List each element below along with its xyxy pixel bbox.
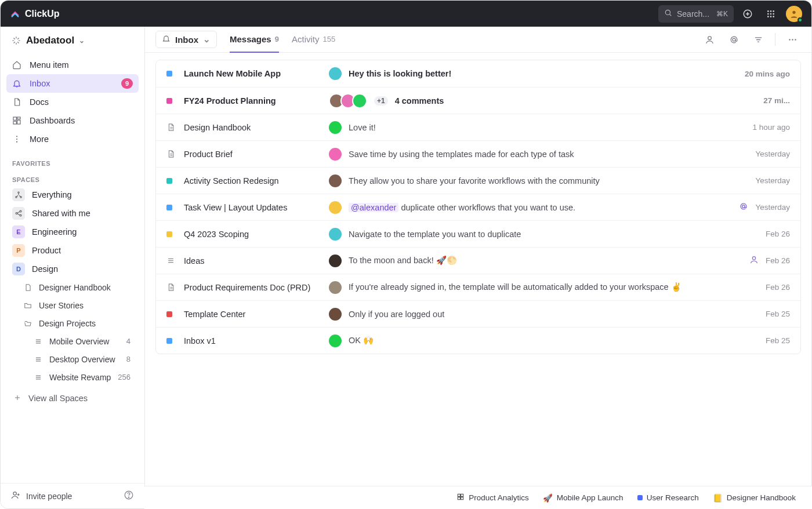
tree-user-stories[interactable]: User Stories: [17, 296, 139, 314]
svg-point-60: [752, 257, 755, 260]
nav-menu-item[interactable]: Menu item: [6, 56, 139, 74]
footer-tray: Product Analytics 🚀 Mobile App Launch Us…: [144, 486, 812, 509]
at-mention-icon[interactable]: [725, 31, 742, 48]
topbar: ClickUp Search... ⌘K: [1, 1, 811, 27]
bell-icon: [12, 79, 23, 88]
tree-label: Desktop Overview: [49, 355, 115, 364]
svg-point-56: [742, 205, 745, 208]
search-input[interactable]: Search... ⌘K: [658, 5, 734, 23]
list-count: 8: [126, 355, 133, 363]
list-icon: [34, 373, 44, 381]
doc-icon: [166, 150, 176, 158]
inbox-view-dropdown[interactable]: Inbox ⌄: [155, 31, 217, 48]
mention-chip: @alexander: [349, 203, 398, 212]
bell-icon: [162, 34, 171, 45]
space-product[interactable]: P Product: [6, 241, 139, 260]
create-button[interactable]: [738, 5, 757, 23]
status-square-icon: [166, 231, 176, 237]
tree-design-projects[interactable]: Design Projects: [17, 314, 139, 332]
color-square-icon: [637, 495, 643, 500]
nav-dashboards[interactable]: Dashboards: [6, 111, 139, 130]
message-row[interactable]: Design HandbookLove it!1 hour ago: [156, 114, 800, 140]
space-engineering[interactable]: E Engineering: [6, 223, 139, 241]
tab-count: 155: [322, 35, 335, 43]
space-label: Shared with me: [32, 209, 90, 218]
nav-more[interactable]: More: [6, 130, 139, 148]
message-timestamp: 27 mi...: [763, 96, 790, 105]
space-label: Design: [32, 264, 58, 274]
message-row[interactable]: FY24 Product Planning+14 comments27 mi..…: [156, 87, 800, 114]
help-icon[interactable]: [124, 490, 134, 502]
svg-point-10: [773, 13, 774, 14]
tree-designer-handbook[interactable]: Designer Handbook: [17, 278, 139, 296]
svg-rect-64: [461, 494, 463, 496]
message-row[interactable]: Product BriefSave time by using the temp…: [156, 140, 800, 167]
invite-people[interactable]: Invite people: [26, 492, 72, 501]
favorites-heading: FAVORITES: [1, 153, 144, 169]
workspace-switcher[interactable]: Abedatool ⌄: [1, 27, 144, 54]
space-design[interactable]: D Design: [6, 260, 139, 278]
message-row[interactable]: IdeasTo the moon and back! 🚀🌕Feb 26: [156, 247, 800, 274]
svg-point-8: [767, 13, 769, 14]
message-list: Launch New Mobile AppHey this is looking…: [155, 60, 801, 354]
app-logo[interactable]: ClickUp: [10, 9, 60, 19]
tree-label: Designer Handbook: [39, 283, 111, 292]
more-horizontal-icon[interactable]: [784, 31, 801, 48]
message-row[interactable]: Template CenterOnly if you are logged ou…: [156, 300, 800, 327]
tree-label: Website Revamp: [49, 373, 111, 382]
avatar-icon: [329, 308, 342, 321]
svg-point-20: [16, 139, 17, 140]
person-filter-icon[interactable]: [701, 31, 718, 48]
footer-label: Mobile App Launch: [557, 493, 624, 502]
message-title: Product Requirements Doc (PRD): [184, 283, 329, 292]
footer-item-user-research[interactable]: User Research: [637, 493, 699, 502]
search-kbd: ⌘K: [716, 10, 728, 18]
message-timestamp: Yesterday: [755, 203, 790, 212]
nav-docs[interactable]: Docs: [6, 93, 139, 111]
avatar-icon: [329, 335, 342, 347]
message-row[interactable]: Launch New Mobile AppHey this is looking…: [156, 60, 800, 87]
space-everything[interactable]: Everything: [6, 186, 139, 204]
list-website-revamp[interactable]: Website Revamp 256: [27, 368, 139, 386]
view-all-spaces[interactable]: View all Spaces: [6, 388, 139, 408]
svg-rect-15: [13, 117, 16, 120]
folder-open-icon: [24, 319, 33, 328]
status-square-icon: [166, 98, 176, 104]
footer-label: Designer Handbook: [727, 493, 796, 502]
space-shared[interactable]: Shared with me: [6, 204, 139, 223]
svg-point-11: [767, 16, 769, 17]
user-avatar[interactable]: [786, 6, 802, 22]
space-label: Product: [32, 246, 61, 255]
list-desktop-overview[interactable]: Desktop Overview 8: [27, 350, 139, 368]
nav-inbox[interactable]: Inbox 9: [6, 74, 139, 93]
footer-item-analytics[interactable]: Product Analytics: [456, 493, 529, 503]
list-mobile-overview[interactable]: Mobile Overview 4: [27, 332, 139, 350]
message-preview: Save time by using the templates made fo…: [349, 150, 748, 159]
person-add-icon: [11, 490, 20, 501]
view-all-label: View all Spaces: [28, 394, 88, 403]
space-badge-letter: P: [12, 244, 25, 257]
tree-label: Mobile Overview: [49, 337, 109, 346]
footer-item-designer-handbook[interactable]: 📒 Designer Handbook: [713, 493, 796, 503]
message-row[interactable]: Task View | Layout Updates@alexander dup…: [156, 194, 800, 220]
svg-point-13: [773, 16, 774, 17]
filter-icon[interactable]: [749, 31, 767, 48]
share-icon: [12, 207, 25, 220]
avatar-overflow-count: +1: [374, 96, 388, 106]
message-title: Q4 2023 Scoping: [184, 230, 329, 239]
message-row[interactable]: Q4 2023 ScopingNavigate to the template …: [156, 220, 800, 247]
footer-item-mobile-launch[interactable]: 🚀 Mobile App Launch: [543, 493, 624, 503]
doc-icon: [12, 97, 23, 107]
message-title: Template Center: [184, 310, 329, 319]
svg-rect-66: [461, 497, 463, 500]
spaces-heading: SPACES: [1, 169, 144, 186]
message-title: Design Handbook: [184, 123, 329, 132]
message-row[interactable]: Activity Section RedesignThey allow you …: [156, 167, 800, 194]
tab-messages[interactable]: Messages 9: [230, 27, 279, 53]
message-preview: 4 comments: [395, 96, 757, 106]
message-timestamp: Feb 26: [766, 283, 790, 292]
apps-grid-icon[interactable]: [762, 5, 780, 23]
tab-activity[interactable]: Activity 155: [292, 27, 335, 53]
message-row[interactable]: Product Requirements Doc (PRD)If you're …: [156, 274, 800, 300]
message-row[interactable]: Inbox v1OK 🙌Feb 25: [156, 327, 800, 354]
